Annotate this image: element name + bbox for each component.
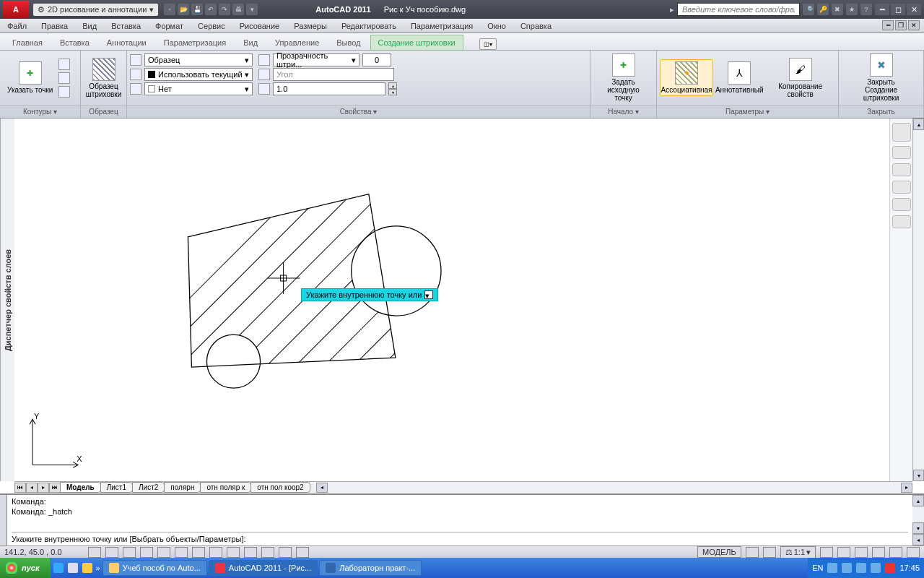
menu-draw[interactable]: Рисование bbox=[240, 22, 279, 30]
layer-properties-panel[interactable]: Диспетчер свойств слоев bbox=[0, 118, 14, 481]
layout-tab-relpolar[interactable]: отн поляр к bbox=[200, 482, 251, 493]
layout-prev-icon[interactable]: ◂ bbox=[26, 483, 38, 493]
grid-icon[interactable] bbox=[105, 547, 118, 558]
select-objects-icon[interactable] bbox=[58, 59, 70, 70]
tpy-icon[interactable] bbox=[261, 547, 274, 558]
tab-parametric[interactable]: Параметризация bbox=[156, 35, 234, 50]
quick-view-drawings-icon[interactable] bbox=[763, 547, 776, 558]
chevron-down-icon[interactable]: ▾ bbox=[246, 4, 258, 15]
layout-tab-model[interactable]: Модель bbox=[60, 482, 101, 493]
close-button[interactable]: ✕ bbox=[907, 4, 921, 15]
menu-file[interactable]: Файл bbox=[7, 22, 27, 30]
lwt-icon[interactable] bbox=[244, 547, 257, 558]
sc-icon[interactable] bbox=[296, 547, 309, 558]
search-input[interactable] bbox=[677, 3, 800, 16]
scale-input[interactable]: 1.0 bbox=[273, 82, 385, 95]
layout-tab-sheet2[interactable]: Лист2 bbox=[132, 482, 165, 493]
hatch-bg-icon[interactable] bbox=[130, 83, 141, 95]
quicklaunch-tc-icon[interactable] bbox=[81, 560, 94, 576]
transparency-icon[interactable] bbox=[258, 54, 270, 66]
scroll-down-icon[interactable]: ▾ bbox=[913, 470, 924, 481]
tab-hatch-creation[interactable]: Создание штриховки bbox=[370, 35, 463, 50]
menu-window[interactable]: Окно bbox=[487, 22, 506, 30]
menu-tools[interactable]: Сервис bbox=[198, 22, 225, 30]
quick-view-layouts-icon[interactable] bbox=[746, 547, 759, 558]
key-icon[interactable]: 🔑 bbox=[817, 4, 829, 15]
annotation-scale[interactable]: ⚖1:1▾ bbox=[780, 546, 816, 558]
new-icon[interactable]: ▫ bbox=[164, 4, 175, 15]
toolbar-lock-icon[interactable] bbox=[855, 547, 868, 558]
panel-options-title[interactable]: Параметры ▾ bbox=[657, 105, 838, 118]
quicklaunch-ie-icon[interactable] bbox=[52, 560, 65, 576]
navbar-orbit-icon[interactable] bbox=[892, 198, 911, 211]
spinner-down[interactable]: ▾ bbox=[388, 89, 397, 95]
help-icon[interactable]: ? bbox=[860, 4, 872, 15]
print-icon[interactable]: 🖶 bbox=[232, 4, 244, 15]
spinner-up[interactable]: ▴ bbox=[388, 82, 397, 89]
cmd-scroll-up-icon[interactable]: ▴ bbox=[912, 495, 924, 506]
start-button[interactable]: пуск bbox=[0, 558, 51, 578]
tab-insert[interactable]: Вставка bbox=[52, 35, 97, 50]
taskbar-item-autocad[interactable]: AutoCAD 2011 - [Рис... bbox=[209, 560, 318, 576]
navbar-pan-icon[interactable] bbox=[892, 163, 911, 176]
tray-app-icon[interactable] bbox=[871, 563, 881, 573]
pattern-button[interactable]: Образец штриховки bbox=[84, 56, 123, 100]
hardware-accel-icon[interactable] bbox=[872, 547, 885, 558]
cmd-prompt[interactable]: Укажите внутреннюю точку или [Выбрать об… bbox=[12, 532, 908, 544]
open-icon[interactable]: 📂 bbox=[178, 4, 189, 15]
redo-icon[interactable]: ↷ bbox=[219, 4, 230, 15]
transparency-combo[interactable]: Прозрачность штри...▾ bbox=[273, 53, 359, 66]
match-properties-button[interactable]: 🖌 Копирование свойств bbox=[765, 56, 835, 100]
hatch-color-combo[interactable]: Использовать текущий▾ bbox=[144, 68, 253, 81]
menu-modify[interactable]: Редактировать bbox=[341, 22, 396, 30]
quicklaunch-expand-icon[interactable]: » bbox=[95, 560, 101, 576]
cmdline-grip[interactable] bbox=[0, 495, 7, 545]
layout-tab-polar[interactable]: полярн bbox=[164, 482, 201, 493]
menu-parametric[interactable]: Параметризация bbox=[411, 22, 473, 30]
associative-button[interactable]: ✦ Ассоциативная bbox=[660, 59, 713, 96]
panel-properties-title[interactable]: Свойства ▾ bbox=[127, 105, 590, 118]
navbar-home-icon[interactable] bbox=[892, 146, 911, 159]
3dosnap-icon[interactable] bbox=[175, 547, 188, 558]
isolate-objects-icon[interactable] bbox=[889, 547, 902, 558]
viewcube-icon[interactable] bbox=[892, 123, 911, 142]
child-restore-button[interactable]: ❐ bbox=[895, 20, 907, 30]
tab-view[interactable]: Вид bbox=[235, 35, 266, 50]
cmd-options-icon[interactable]: ◂ bbox=[912, 534, 924, 545]
navbar-showmotion-icon[interactable] bbox=[892, 215, 911, 228]
minimize-button[interactable]: ━ bbox=[875, 4, 889, 15]
ortho-icon[interactable] bbox=[123, 547, 136, 558]
tray-kaspersky-icon[interactable] bbox=[885, 563, 895, 573]
workspace-selector[interactable]: ⚙ 2D рисование и аннотации ▾ bbox=[33, 4, 158, 16]
menu-edit[interactable]: Правка bbox=[41, 22, 68, 30]
scroll-right-icon[interactable]: ▸ bbox=[901, 483, 912, 493]
scale-icon[interactable] bbox=[258, 83, 270, 95]
layout-next-icon[interactable]: ▸ bbox=[38, 483, 49, 493]
app-logo[interactable]: A bbox=[3, 1, 29, 18]
ribbon-dropdown-icon[interactable]: ◫▾ bbox=[479, 38, 497, 50]
workspace-switch-icon[interactable] bbox=[837, 547, 850, 558]
exchange-icon[interactable]: ✖ bbox=[832, 4, 843, 15]
dyn-icon[interactable] bbox=[227, 547, 240, 558]
menu-dimension[interactable]: Размеры bbox=[294, 22, 327, 30]
hatch-type-combo[interactable]: Образец▾ bbox=[144, 53, 253, 66]
menu-view[interactable]: Вид bbox=[82, 22, 97, 30]
clean-screen-icon[interactable] bbox=[907, 547, 920, 558]
coordinates[interactable]: 141.2, 45.0 , 0.0 bbox=[4, 548, 84, 556]
taskbar-item-explorer[interactable]: Учеб пособ по Auto... bbox=[103, 560, 207, 576]
snap-mode-icon[interactable] bbox=[88, 547, 101, 558]
tab-manage[interactable]: Управление bbox=[267, 35, 327, 50]
menu-insert[interactable]: Вставка bbox=[111, 22, 141, 30]
annotative-button[interactable]: ⅄ Аннотативный bbox=[715, 60, 764, 95]
vertical-scrollbar[interactable]: ▴ ▾ bbox=[912, 118, 924, 481]
osnap-icon[interactable] bbox=[157, 547, 170, 558]
tab-output[interactable]: Вывод bbox=[328, 35, 368, 50]
remove-boundary-icon[interactable] bbox=[58, 72, 70, 84]
undo-icon[interactable]: ↶ bbox=[205, 4, 217, 15]
clock[interactable]: 17:45 bbox=[899, 564, 920, 572]
tab-annotate[interactable]: Аннотации bbox=[99, 35, 154, 50]
angle-input[interactable]: Угол bbox=[273, 68, 394, 81]
angle-icon[interactable] bbox=[258, 69, 270, 80]
polar-icon[interactable] bbox=[140, 547, 153, 558]
recreate-boundary-icon[interactable] bbox=[58, 86, 70, 98]
